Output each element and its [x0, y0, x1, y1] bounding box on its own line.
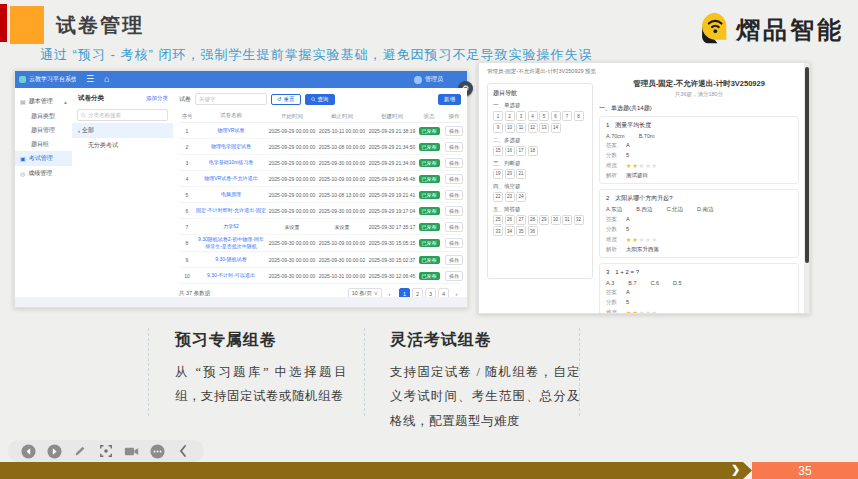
- question-number-chip[interactable]: 16: [505, 146, 515, 156]
- question-number-chip[interactable]: 24: [516, 192, 526, 202]
- question-number-chip[interactable]: 10: [505, 123, 515, 133]
- table-row[interactable]: 2 物理电学固定试卷 2025-09-29 00:00:00 2025-10-0…: [179, 139, 461, 155]
- question-number-chip[interactable]: 22: [493, 192, 503, 202]
- question-number-chip[interactable]: 3: [516, 111, 526, 121]
- table-row[interactable]: 7 力学62 未设置 未设置 2025-09-30 17:35:17 已发布 操…: [179, 219, 461, 235]
- table-row[interactable]: 3 电学基础10m练习卷 2025-09-29 00:00:00 2025-09…: [179, 155, 461, 171]
- tree-node-uncategorized[interactable]: 无分类考试: [72, 138, 173, 153]
- paper-name-link[interactable]: 9.30-不计时-可以退出: [195, 271, 267, 280]
- camera-record-button[interactable]: [124, 444, 139, 459]
- category-search-input[interactable]: 分类名称搜索: [77, 109, 168, 121]
- admin-bottom-strip: [15, 297, 467, 307]
- question-number-chip[interactable]: 28: [528, 215, 538, 225]
- question-number-chip[interactable]: 19: [493, 169, 503, 179]
- sidebar-item-question-group[interactable]: 题目组: [15, 137, 72, 151]
- hamburger-icon[interactable]: ☰: [86, 75, 94, 84]
- more-options-button[interactable]: [150, 444, 165, 459]
- question-number-chip[interactable]: 30: [551, 215, 561, 225]
- question-number-chip[interactable]: 14: [551, 123, 561, 133]
- question-number-chip[interactable]: 12: [528, 123, 538, 133]
- sidebar-group-question-bank[interactable]: ▤ 题本管理 ▲: [15, 94, 72, 109]
- table-row[interactable]: 1 物理VR试卷 2025-09-29 00:00:00 2025-10-11 …: [179, 123, 461, 139]
- question-number-chip[interactable]: 34: [505, 226, 515, 236]
- paper-name-link[interactable]: 9.30随机试卷2-初中物理-同年级学生-是否批次中随机: [195, 235, 267, 251]
- scrollbar-thumb[interactable]: [805, 67, 809, 263]
- paper-name-link[interactable]: 电脑原理: [195, 190, 267, 199]
- reset-button[interactable]: ↺ 重置: [271, 94, 301, 105]
- add-category-link[interactable]: 添加分类: [146, 95, 168, 102]
- row-action-button[interactable]: 操作: [445, 271, 463, 281]
- question-number-chip[interactable]: 31: [562, 215, 572, 225]
- question-number-chip[interactable]: 33: [493, 226, 503, 236]
- paper-name-link[interactable]: 物理VR试卷-不允许退出: [195, 174, 267, 183]
- sidebar-item-score-manage[interactable]: ◎ 成绩管理: [15, 166, 72, 181]
- row-action-button[interactable]: 操作: [445, 126, 463, 136]
- paper-name-link[interactable]: 电学基础10m练习卷: [195, 158, 267, 167]
- paper-name-link[interactable]: 固定-不计时即时-允许退出-固定: [195, 206, 267, 215]
- status-badge: 已发布: [419, 256, 440, 264]
- admin-user-chip[interactable]: 管理员: [414, 75, 443, 84]
- home-icon[interactable]: ⌂: [104, 75, 109, 84]
- tree-node-all[interactable]: › 全部: [72, 123, 173, 138]
- brand-logo-icon: [694, 10, 730, 50]
- feature-body: 从 “预习题库” 中选择题目组，支持固定试卷或随机组卷: [175, 360, 347, 409]
- table-row[interactable]: 5 电脑原理 2025-09-29 00:00:00 2025-10-08 13…: [179, 187, 461, 203]
- row-action-button[interactable]: 操作: [445, 238, 463, 248]
- paper-name-link[interactable]: 力学62: [195, 222, 267, 231]
- table-row[interactable]: 9 9.30-随机试卷 2025-09-30 00:00:00 2025-09-…: [179, 252, 461, 268]
- row-action-button[interactable]: 操作: [445, 255, 463, 265]
- previous-slide-button[interactable]: [21, 444, 36, 459]
- row-action-button[interactable]: 操作: [445, 142, 463, 152]
- question-number-chip[interactable]: 35: [516, 226, 526, 236]
- row-action-button[interactable]: 操作: [445, 222, 463, 232]
- table-row[interactable]: 6 固定-不计时即时-允许退出-固定 2025-09-29 00:00:00 2…: [179, 203, 461, 219]
- question-number-chip[interactable]: 26: [505, 215, 515, 225]
- question-number-chip[interactable]: 25: [493, 215, 503, 225]
- sidebar-item-question-manage[interactable]: 题目管理: [15, 123, 72, 137]
- scrollbar-track[interactable]: [804, 63, 809, 313]
- pen-tool-button[interactable]: [73, 444, 88, 459]
- question-number-chip[interactable]: 13: [539, 123, 549, 133]
- sidebar-item-exam-manage[interactable]: ▣ 考试管理: [15, 151, 72, 166]
- question-number-chip[interactable]: 11: [516, 123, 526, 133]
- question-number-chip[interactable]: 20: [505, 169, 515, 179]
- paper-preview-main: 管理员-固定-不允许退出-计时3V250929 共36题，满分180分 一、单选…: [599, 79, 799, 313]
- question-number-chip[interactable]: 4: [528, 111, 538, 121]
- next-slide-button[interactable]: [47, 444, 62, 459]
- question-number-chip[interactable]: 18: [528, 146, 538, 156]
- question-number-chip[interactable]: 6: [551, 111, 561, 121]
- question-number-chip[interactable]: 1: [493, 111, 503, 121]
- question-number-chip[interactable]: 2: [505, 111, 515, 121]
- question-number-chip[interactable]: 23: [505, 192, 515, 202]
- search-button[interactable]: 查询: [305, 94, 335, 105]
- table-row[interactable]: 10 9.30-不计时-可以退出 2025-09-30 00:00:00 202…: [179, 268, 461, 284]
- question-number-chip[interactable]: 32: [574, 215, 584, 225]
- paper-name-link[interactable]: 9.30-随机试卷: [195, 255, 267, 264]
- table-row[interactable]: 8 9.30随机试卷2-初中物理-同年级学生-是否批次中随机 2025-09-3…: [179, 235, 461, 252]
- paper-name-link[interactable]: 物理VR试卷: [195, 126, 267, 135]
- question-number-chip[interactable]: 9: [493, 123, 503, 133]
- question-number-chip[interactable]: 17: [516, 146, 526, 156]
- question-number-chip[interactable]: 27: [516, 215, 526, 225]
- row-action-button[interactable]: 操作: [445, 174, 463, 184]
- question-number-chip[interactable]: 21: [516, 169, 526, 179]
- question-number-chip[interactable]: 29: [539, 215, 549, 225]
- row-action-button[interactable]: 操作: [445, 206, 463, 216]
- question-number-chip[interactable]: 7: [562, 111, 572, 121]
- question-number-chip[interactable]: 36: [528, 226, 538, 236]
- keyword-input[interactable]: 关键字: [195, 93, 267, 105]
- question-number-chip[interactable]: 5: [539, 111, 549, 121]
- cell-end-time: 2025-10-08 13:00:00: [317, 192, 367, 198]
- row-action-button[interactable]: 操作: [445, 158, 463, 168]
- question-number-chip[interactable]: 15: [493, 146, 503, 156]
- row-action-button[interactable]: 操作: [445, 190, 463, 200]
- sidebar-item-question-type[interactable]: 题目类型: [15, 109, 72, 123]
- question-number-chip[interactable]: 8: [574, 111, 584, 121]
- focus-zoom-button[interactable]: [98, 444, 113, 459]
- search-label: 查询: [318, 96, 329, 103]
- collapse-toolbar-button[interactable]: [176, 444, 191, 459]
- paper-name-link[interactable]: 物理电学固定试卷: [195, 142, 267, 151]
- cell-action: 操作: [441, 271, 467, 281]
- table-row[interactable]: 4 物理VR试卷-不允许退出 2025-09-29 00:00:00 2025-…: [179, 171, 461, 187]
- add-paper-button[interactable]: 新增: [438, 94, 461, 105]
